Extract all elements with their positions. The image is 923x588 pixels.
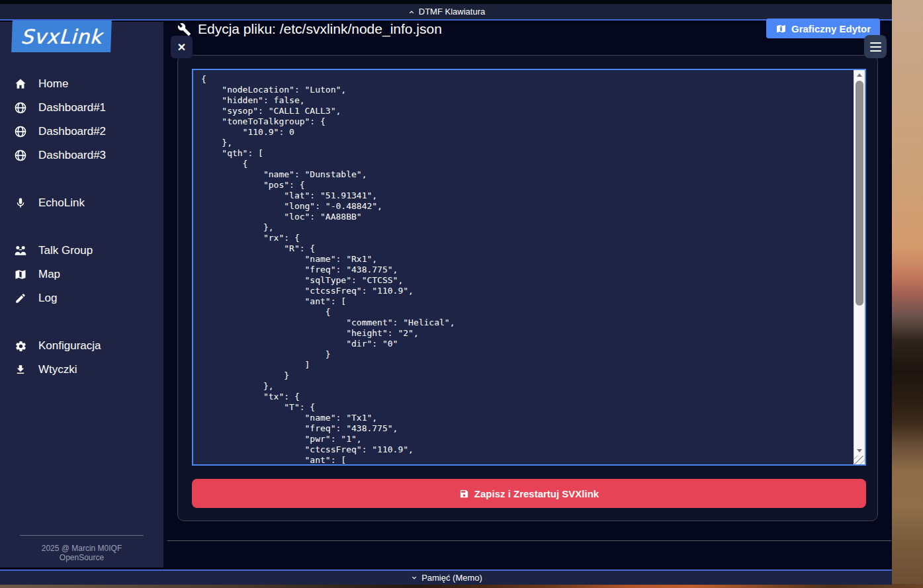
chevron-up-icon [407,7,416,17]
dtmf-keyboard-collapse-bar[interactable]: DTMF Klawiatura [0,4,892,21]
hamburger-icon [870,42,881,44]
sidebar-item-label: Talk Group [38,244,93,257]
hamburger-icon [870,50,881,52]
svxlink-logo[interactable]: SvxLink [11,21,112,52]
sidebar-item-label: Map [38,268,60,281]
sidebar-item-log[interactable]: Log [0,286,163,310]
sidebar-nav: Home Dashboard#1 Dashboard#2 Dashboard#3 [0,72,163,382]
file-editor-card: { "nodeLocation": "Luton", "hidden": fal… [177,55,878,521]
divider [167,540,891,541]
memo-label: Pamięć (Memo) [421,573,482,583]
sidebar-item-dashboard3[interactable]: Dashboard#3 [0,144,163,167]
sidebar-item-konfiguracja[interactable]: Konfiguracja [0,334,163,358]
memo-collapse-bar[interactable]: Pamięć (Memo) [0,569,892,585]
resize-grip-icon[interactable] [854,456,865,464]
sidebar-item-label: Dashboard#2 [38,125,106,138]
nav-spacer [0,310,163,334]
json-editor-content: { "nodeLocation": "Luton", "hidden": fal… [193,70,865,466]
sidebar-item-label: Home [38,77,68,91]
sidebar-item-home[interactable]: Home [0,72,163,96]
people-icon [13,244,28,257]
home-icon [13,77,28,91]
globe-icon [13,149,28,162]
save-restart-button[interactable]: Zapisz i Zrestartuj SVXlink [192,479,866,508]
footer-copyright: 2025 @ Marcin M0IQF [0,544,163,553]
pencil-icon [13,292,28,304]
nav-spacer [0,215,163,239]
sidebar: SvxLink Home Dashboard#1 Dashboard#2 [0,22,163,567]
tools-wrench-icon [177,22,191,36]
scrollbar-arrow-down[interactable] [854,446,865,455]
hamburger-icon [870,46,881,48]
save-floppy-icon [459,489,469,499]
json-editor-textarea[interactable]: { "nodeLocation": "Luton", "hidden": fal… [192,69,866,466]
sidebar-item-wtyczki[interactable]: Wtyczki [0,358,163,382]
sidebar-item-talkgroup[interactable]: Talk Group [0,239,163,263]
save-restart-label: Zapisz i Zrestartuj SVXlink [474,488,599,499]
globe-icon [13,101,28,114]
sidebar-item-label: Wtyczki [38,363,77,376]
globe-icon [13,125,28,138]
page-title-text: Edycja pliku: /etc/svxlink/node_info.jso… [198,21,442,37]
sidebar-item-dashboard1[interactable]: Dashboard#1 [0,96,163,120]
close-button[interactable]: ✕ [171,36,193,58]
chevron-down-icon [410,573,419,583]
gear-icon [13,340,28,353]
main-content: Edycja pliku: /etc/svxlink/node_info.jso… [163,22,892,568]
scrollbar-thumb[interactable] [856,81,863,306]
microphone-icon [13,197,28,209]
sidebar-item-dashboard2[interactable]: Dashboard#2 [0,120,163,144]
editor-scrollbar[interactable] [854,70,865,464]
sidebar-item-label: Konfiguracja [38,339,101,353]
sidebar-item-echolink[interactable]: EchoLink [0,191,163,215]
graphic-editor-label: Graficzny Edytor [791,23,871,34]
sidebar-item-label: EchoLink [38,196,85,210]
app-window: DTMF Klawiatura SvxLink Home Dashboard#1 [0,0,892,585]
map-icon [13,268,28,281]
map-location-icon [775,23,787,34]
sidebar-item-label: Dashboard#3 [38,149,106,162]
sidebar-item-label: Log [38,292,57,305]
dtmf-keyboard-label: DTMF Klawiatura [419,7,485,17]
footer-opensource: OpenSource [0,553,163,562]
page-title: Edycja pliku: /etc/svxlink/node_info.jso… [177,20,442,38]
sidebar-footer: 2025 @ Marcin M0IQF OpenSource [0,535,163,562]
sidebar-item-label: Dashboard#1 [38,101,106,114]
hamburger-menu-button[interactable] [864,35,887,58]
sidebar-item-map[interactable]: Map [0,263,163,286]
graphic-editor-button[interactable]: Graficzny Edytor [766,19,880,38]
download-icon [13,364,28,376]
scrollbar-arrow-up[interactable] [854,70,865,79]
nav-spacer [0,167,163,191]
